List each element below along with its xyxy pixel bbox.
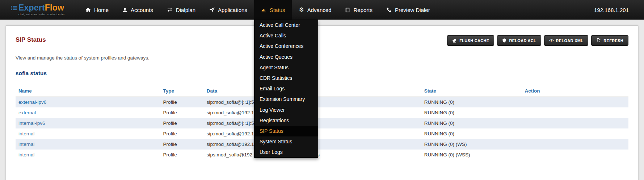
state-cell: RUNNING (0) xyxy=(421,128,522,139)
profile-link[interactable]: external-ipv6 xyxy=(18,99,46,105)
server-ip-address: 192.168.1.201 xyxy=(594,7,629,13)
nav-item-advanced[interactable]: ⚙ Advanced xyxy=(292,0,338,20)
nav-item-reports[interactable]: Reports xyxy=(338,0,379,20)
nav-item-label: Home xyxy=(94,7,109,13)
nav-item-label: Applications xyxy=(218,7,247,13)
column-header-state[interactable]: State xyxy=(421,85,522,97)
paper-plane-icon xyxy=(209,7,215,13)
reload-xml-button[interactable]: </> RELOAD XML xyxy=(544,35,588,46)
nav-item-label: Advanced xyxy=(307,7,332,13)
logo-text-secondary: Flow xyxy=(45,3,64,12)
state-cell: RUNNING (0) xyxy=(421,107,522,118)
profile-link[interactable]: internal-ipv6 xyxy=(18,120,45,126)
menu-item-active-calls[interactable]: Active Calls xyxy=(254,30,318,41)
top-navbar: ExpertFlow chat, voice and video contact… xyxy=(0,0,644,20)
menu-item-sip-status[interactable]: SIP Status xyxy=(254,126,318,136)
type-cell: Profile xyxy=(160,97,204,108)
nav-item-dialplan[interactable]: Dialplan xyxy=(160,0,202,20)
card-header: SIP Status FLUSH CACHE RELOAD ACL </> RE… xyxy=(16,35,628,46)
book-icon xyxy=(345,7,350,13)
code-icon: </> xyxy=(549,38,553,42)
profile-link[interactable]: internal xyxy=(18,152,34,158)
state-cell: RUNNING (0) (WSS) xyxy=(421,150,522,160)
nav-item-preview-dialer[interactable]: Preview Dialer xyxy=(379,0,437,20)
shield-icon xyxy=(502,38,506,43)
profile-link[interactable]: internal xyxy=(18,131,34,136)
action-cell xyxy=(522,150,628,160)
reload-acl-label: RELOAD ACL xyxy=(509,38,536,43)
eraser-icon xyxy=(452,38,457,43)
profile-link[interactable]: external xyxy=(18,110,36,115)
menu-item-user-logs[interactable]: User Logs xyxy=(254,147,318,158)
sofia-status-table: Name Type Data State Action external-ipv… xyxy=(16,85,628,160)
table-row: external-ipv6 Profile sip:mod_sofia@[::1… xyxy=(16,97,628,108)
refresh-button[interactable]: REFRESH xyxy=(591,35,628,46)
bar-chart-icon xyxy=(261,7,266,13)
content-card: SIP Status FLUSH CACHE RELOAD ACL </> RE… xyxy=(6,25,638,180)
menu-item-cdr-statistics[interactable]: CDR Statistics xyxy=(254,73,318,83)
nav-item-label: Dialplan xyxy=(176,7,195,13)
menu-item-log-viewer[interactable]: Log Viewer xyxy=(254,105,318,115)
nav-item-label: Status xyxy=(270,7,285,13)
flush-cache-label: FLUSH CACHE xyxy=(459,38,489,43)
column-header-type[interactable]: Type xyxy=(160,85,204,97)
reload-xml-label: RELOAD XML xyxy=(556,38,584,43)
type-cell: Profile xyxy=(160,150,204,160)
logo-tagline: chat, voice and video contactcenter xyxy=(18,13,65,16)
action-cell xyxy=(522,107,628,118)
table-row: external Profile sip:mod_sofia@192.168.1… xyxy=(16,107,628,118)
section-title: sofia status xyxy=(16,70,628,77)
nav-item-status[interactable]: Status Active Call Center Active Calls A… xyxy=(254,0,292,20)
page-title: SIP Status xyxy=(16,35,46,44)
action-cell xyxy=(522,139,628,150)
menu-item-active-conferences[interactable]: Active Conferences xyxy=(254,41,318,52)
menu-item-agent-status[interactable]: Agent Status xyxy=(254,62,318,73)
app-logo[interactable]: ExpertFlow chat, voice and video contact… xyxy=(11,0,65,20)
state-cell: RUNNING (0) xyxy=(421,118,522,128)
nav-item-applications[interactable]: Applications xyxy=(202,0,254,20)
table-header: Name Type Data State Action xyxy=(16,85,628,97)
action-cell xyxy=(522,128,628,139)
type-cell: Profile xyxy=(160,118,204,128)
menu-item-active-queues[interactable]: Active Queues xyxy=(254,52,318,62)
home-icon xyxy=(85,7,91,13)
nav-item-label: Reports xyxy=(353,7,372,13)
logo-text-primary: Expert xyxy=(18,3,45,12)
page-description: View and manage the status of system pro… xyxy=(16,55,628,61)
state-cell: RUNNING (0) xyxy=(421,97,522,108)
type-cell: Profile xyxy=(160,139,204,150)
phone-icon xyxy=(386,7,392,13)
column-header-action[interactable]: Action xyxy=(522,85,628,97)
type-cell: Profile xyxy=(160,128,204,139)
action-cell xyxy=(522,97,628,108)
user-icon xyxy=(122,7,127,13)
refresh-label: REFRESH xyxy=(603,38,623,43)
profile-link[interactable]: internal xyxy=(18,142,34,147)
main-nav-menu: Home Accounts Dialplan Applications Stat… xyxy=(79,0,437,20)
toolbar: FLUSH CACHE RELOAD ACL </> RELOAD XML RE… xyxy=(447,35,628,46)
reload-acl-button[interactable]: RELOAD ACL xyxy=(497,35,541,46)
action-cell xyxy=(522,118,628,128)
type-cell: Profile xyxy=(160,107,204,118)
state-cell: RUNNING (0) (WS) xyxy=(421,139,522,150)
refresh-icon xyxy=(596,38,601,43)
nav-item-home[interactable]: Home xyxy=(79,0,115,20)
table-row: internal Profile sips:mod_sofia@192.168.… xyxy=(16,150,628,160)
menu-item-extension-summary[interactable]: Extension Summary xyxy=(254,94,318,105)
nav-item-label: Accounts xyxy=(131,7,153,13)
menu-item-system-status[interactable]: System Status xyxy=(254,136,318,147)
status-dropdown-menu: Active Call Center Active Calls Active C… xyxy=(254,20,318,158)
table-row: internal-ipv6 Profile sip:mod_sofia@[::1… xyxy=(16,118,628,128)
menu-item-email-logs[interactable]: Email Logs xyxy=(254,83,318,94)
exchange-arrows-icon xyxy=(167,7,173,12)
gear-icon: ⚙ xyxy=(299,7,304,13)
menu-item-registrations[interactable]: Registrations xyxy=(254,115,318,126)
nav-item-label: Preview Dialer xyxy=(395,7,430,13)
logo-bars-icon xyxy=(11,5,17,11)
menu-item-active-call-center[interactable]: Active Call Center xyxy=(254,20,318,30)
flush-cache-button[interactable]: FLUSH CACHE xyxy=(447,35,494,46)
nav-item-accounts[interactable]: Accounts xyxy=(115,0,160,20)
column-header-name[interactable]: Name xyxy=(16,85,160,97)
table-row: internal Profile sip:mod_sofia@192.168.1… xyxy=(16,139,628,150)
table-row: internal Profile sip:mod_sofia@192.168.1… xyxy=(16,128,628,139)
